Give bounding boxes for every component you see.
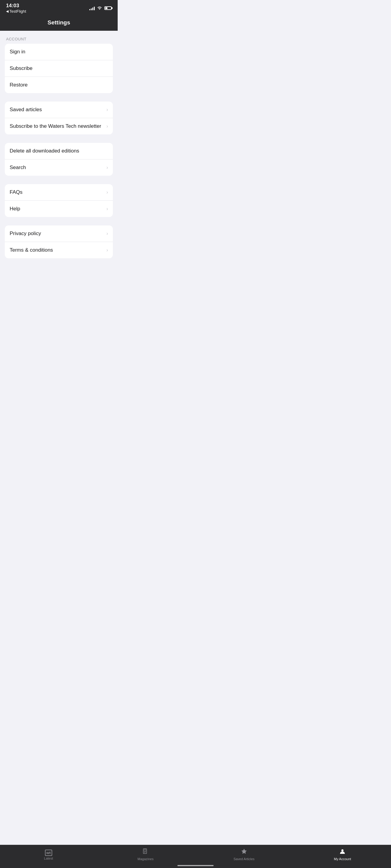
- chevron-icon: ›: [107, 190, 108, 195]
- help-label: Help: [10, 206, 20, 212]
- chevron-icon: ›: [107, 107, 108, 113]
- account-section-label: ACCOUNT: [5, 37, 113, 44]
- status-right: [89, 6, 112, 10]
- privacy-policy-label: Privacy policy: [10, 230, 41, 237]
- subscribe-label: Subscribe: [10, 65, 33, 71]
- account-card-group: Sign in Subscribe Restore: [5, 44, 113, 93]
- sign-in-label: Sign in: [10, 49, 25, 55]
- newsletter-label: Subscribe to the Waters Tech newsletter: [10, 123, 101, 129]
- settings-content: ACCOUNT Sign in Subscribe Restore Saved …: [0, 31, 118, 303]
- restore-label: Restore: [10, 82, 28, 88]
- terms-conditions-item[interactable]: Terms & conditions ›: [5, 242, 113, 258]
- status-left: 14:03 TestFlight: [6, 3, 26, 13]
- chevron-icon: ›: [107, 247, 108, 253]
- nav-bar: Settings: [0, 15, 118, 31]
- status-bar: 14:03 TestFlight: [0, 0, 118, 15]
- privacy-policy-item[interactable]: Privacy policy ›: [5, 225, 113, 242]
- search-label: Search: [10, 164, 26, 170]
- chevron-icon: ›: [107, 124, 108, 129]
- status-back[interactable]: TestFlight: [6, 9, 26, 13]
- sign-in-item[interactable]: Sign in: [5, 44, 113, 60]
- delete-editions-item[interactable]: Delete all downloaded editions: [5, 143, 113, 159]
- legal-card-group: Privacy policy › Terms & conditions ›: [5, 225, 113, 258]
- chevron-icon: ›: [107, 165, 108, 170]
- subscribe-item[interactable]: Subscribe: [5, 60, 113, 76]
- newsletter-item[interactable]: Subscribe to the Waters Tech newsletter …: [5, 118, 113, 134]
- battery-icon: [104, 6, 112, 10]
- restore-item[interactable]: Restore: [5, 76, 113, 93]
- articles-card-group: Saved articles › Subscribe to the Waters…: [5, 101, 113, 134]
- chevron-icon: ›: [107, 206, 108, 212]
- faqs-item[interactable]: FAQs ›: [5, 184, 113, 200]
- saved-articles-item[interactable]: Saved articles ›: [5, 101, 113, 118]
- support-card-group: FAQs › Help ›: [5, 184, 113, 217]
- nav-title: Settings: [48, 19, 70, 26]
- wifi-icon: [97, 6, 102, 10]
- search-item[interactable]: Search ›: [5, 159, 113, 176]
- saved-articles-label: Saved articles: [10, 107, 42, 113]
- utilities-card-group: Delete all downloaded editions Search ›: [5, 143, 113, 176]
- help-item[interactable]: Help ›: [5, 200, 113, 217]
- delete-editions-label: Delete all downloaded editions: [10, 148, 79, 154]
- signal-icon: [89, 6, 95, 10]
- faqs-label: FAQs: [10, 189, 23, 195]
- terms-conditions-label: Terms & conditions: [10, 247, 53, 253]
- chevron-icon: ›: [107, 231, 108, 236]
- status-time: 14:03: [6, 3, 26, 9]
